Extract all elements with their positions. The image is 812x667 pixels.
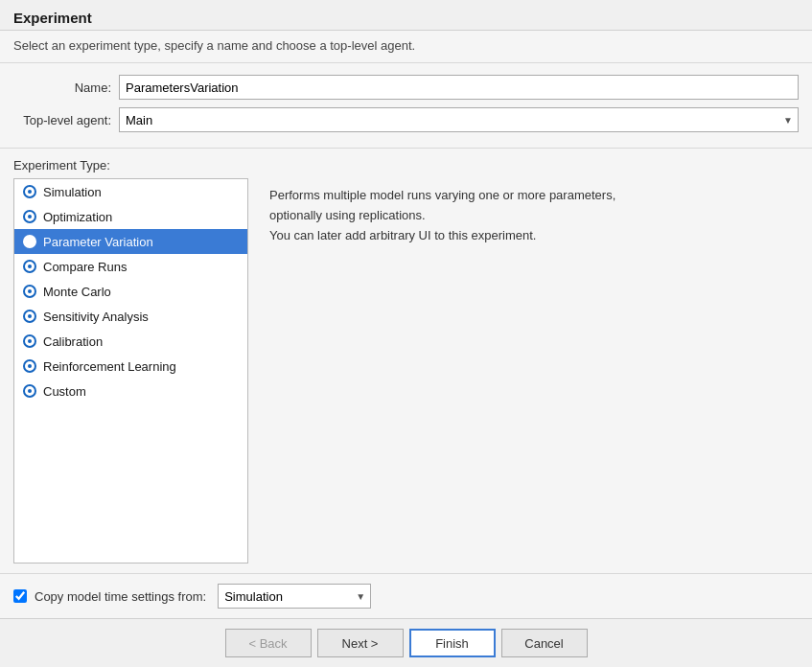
calibration-icon bbox=[22, 334, 37, 349]
list-item-calibration[interactable]: Calibration bbox=[14, 329, 247, 354]
button-row: < Back Next > Finish Cancel bbox=[0, 618, 812, 667]
list-item-parameter-variation[interactable]: Parameter Variation bbox=[14, 229, 247, 254]
custom-icon bbox=[22, 383, 37, 399]
description-line1: Performs multiple model runs varying one… bbox=[269, 186, 787, 206]
experiment-section: Experiment Type: Simulation Optimization… bbox=[13, 158, 799, 564]
list-item-simulation-label: Simulation bbox=[43, 185, 102, 199]
finish-button[interactable]: Finish bbox=[409, 629, 496, 657]
list-item-optimization[interactable]: Optimization bbox=[14, 204, 247, 229]
list-item-calibration-label: Calibration bbox=[43, 334, 103, 349]
list-item-custom-label: Custom bbox=[43, 384, 86, 399]
copy-settings-select[interactable]: Simulation bbox=[218, 584, 371, 609]
top-level-agent-label: Top-level agent: bbox=[13, 113, 119, 127]
copy-settings-select-wrapper: Simulation ▼ bbox=[218, 584, 371, 609]
list-item-monte-carlo[interactable]: Monte Carlo bbox=[14, 279, 247, 304]
description-line2: optionally using replications. bbox=[269, 206, 787, 226]
top-level-agent-select-wrapper: Main ▼ bbox=[119, 107, 799, 132]
list-item-compare-runs-label: Compare Runs bbox=[43, 260, 127, 274]
reinforcement-learning-icon bbox=[22, 358, 37, 374]
parameter-variation-icon bbox=[22, 234, 37, 249]
monte-carlo-icon bbox=[22, 284, 37, 299]
top-level-agent-select[interactable]: Main bbox=[119, 107, 799, 132]
list-item-compare-runs[interactable]: Compare Runs bbox=[14, 254, 247, 279]
list-item-optimization-label: Optimization bbox=[43, 210, 112, 224]
list-item-monte-carlo-label: Monte Carlo bbox=[43, 285, 111, 299]
list-item-simulation[interactable]: Simulation bbox=[14, 179, 247, 204]
form-area: Name: Top-level agent: Main ▼ bbox=[0, 63, 812, 149]
description-line3: You can later add arbitrary UI to this e… bbox=[269, 226, 787, 246]
simulation-icon bbox=[22, 184, 37, 199]
compare-runs-icon bbox=[22, 259, 37, 274]
content-area: Experiment Type: Simulation Optimization… bbox=[0, 149, 812, 573]
next-button[interactable]: Next > bbox=[317, 629, 404, 657]
list-item-custom[interactable]: Custom bbox=[14, 379, 247, 403]
experiment-list: Simulation Optimization Parameter Variat… bbox=[13, 178, 248, 564]
copy-settings-row: Copy model time settings from: Simulatio… bbox=[0, 573, 812, 618]
list-item-reinforcement-learning-label: Reinforcement Learning bbox=[43, 359, 176, 374]
dialog-title: Experiment bbox=[0, 0, 812, 31]
name-label: Name: bbox=[13, 80, 119, 95]
list-item-reinforcement-learning[interactable]: Reinforcement Learning bbox=[14, 354, 247, 379]
name-row: Name: bbox=[13, 75, 799, 100]
experiment-type-label: Experiment Type: bbox=[13, 158, 799, 172]
sensitivity-analysis-icon bbox=[22, 309, 37, 324]
list-item-parameter-variation-label: Parameter Variation bbox=[43, 235, 153, 249]
back-button[interactable]: < Back bbox=[225, 629, 312, 657]
cancel-button[interactable]: Cancel bbox=[501, 629, 588, 657]
list-item-sensitivity-analysis-label: Sensitivity Analysis bbox=[43, 310, 149, 324]
description-panel: Performs multiple model runs varying one… bbox=[258, 178, 799, 564]
copy-settings-checkbox[interactable] bbox=[13, 589, 27, 603]
optimization-icon bbox=[22, 209, 37, 224]
top-level-agent-row: Top-level agent: Main ▼ bbox=[13, 107, 799, 132]
copy-settings-label: Copy model time settings from: bbox=[35, 589, 206, 604]
dialog-subtitle: Select an experiment type, specify a nam… bbox=[0, 31, 812, 63]
name-input[interactable] bbox=[119, 75, 799, 100]
list-item-sensitivity-analysis[interactable]: Sensitivity Analysis bbox=[14, 304, 247, 329]
